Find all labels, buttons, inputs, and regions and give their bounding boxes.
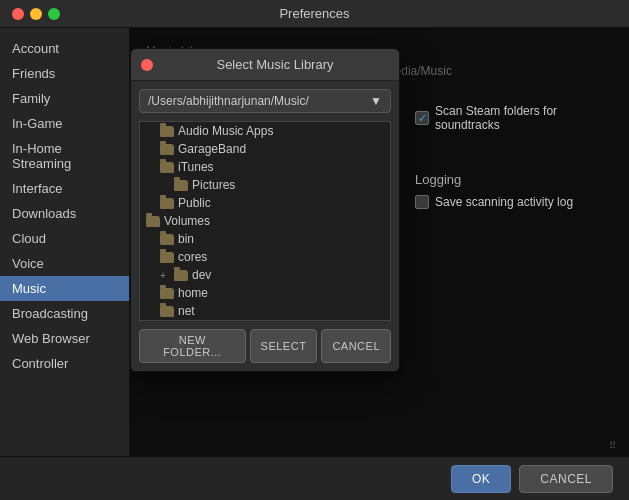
tree-item-public[interactable]: Public [140,194,390,212]
sidebar-item-in-home-streaming[interactable]: In-Home Streaming [0,136,129,176]
main-layout: Account Friends Family In-Game In-Home S… [0,28,629,500]
folder-icon [160,234,174,245]
folder-icon [146,216,160,227]
tree-item-volumes[interactable]: Volumes [140,212,390,230]
dialog-title: Select Music Library [161,57,389,72]
tree-item-cores[interactable]: cores [140,248,390,266]
folder-icon [160,126,174,137]
dialog-overlay: Select Music Library /Users/abhijithnarj… [130,28,629,500]
tree-item-net[interactable]: net [140,302,390,320]
tree-item-home[interactable]: home [140,284,390,302]
tree-item-audio-music-apps[interactable]: Audio Music Apps [140,122,390,140]
sidebar-item-music[interactable]: Music [0,276,129,301]
tree-item-label: iTunes [178,160,214,174]
tree-item-garageband[interactable]: GarageBand [140,140,390,158]
close-button[interactable] [12,8,24,20]
tree-item-label: Pictures [192,178,235,192]
save-log-row: Save scanning activity log [415,195,613,209]
folder-icon [160,306,174,317]
resize-handle-icon: ⠿ [609,440,621,452]
tree-item-label: home [178,286,208,300]
tree-item-label: dev [192,268,211,282]
tree-item-dev[interactable]: + dev [140,266,390,284]
dialog-close-button[interactable] [141,59,153,71]
tree-item-itunes[interactable]: iTunes [140,158,390,176]
new-folder-button[interactable]: NEW FOLDER... [139,329,246,363]
folder-icon [160,198,174,209]
folder-icon [174,180,188,191]
sidebar-item-web-browser[interactable]: Web Browser [0,326,129,351]
path-dropdown[interactable]: /Users/abhijithnarjunan/Music/ ▼ [139,89,391,113]
tree-item-label: Audio Music Apps [178,124,273,138]
dropdown-value: /Users/abhijithnarjunan/Music/ [148,94,309,108]
bottom-bar: OK CANCEL [0,456,629,500]
folder-icon [160,288,174,299]
select-button[interactable]: SELECT [250,329,318,363]
traffic-lights [12,8,60,20]
dialog-title-bar: Select Music Library [131,49,399,81]
folder-icon [160,162,174,173]
sidebar-item-voice[interactable]: Voice [0,251,129,276]
tree-item-label: net [178,304,195,318]
sidebar: Account Friends Family In-Game In-Home S… [0,28,130,500]
file-tree[interactable]: Audio Music Apps GarageBand iTunes Pictu… [139,121,391,321]
sidebar-item-interface[interactable]: Interface [0,176,129,201]
sidebar-item-controller[interactable]: Controller [0,351,129,376]
tree-item-label: Volumes [164,214,210,228]
scan-row: Scan Steam folders for soundtracks [415,104,613,132]
window-title: Preferences [279,6,349,21]
scan-label: Scan Steam folders for soundtracks [435,104,613,132]
minimize-button[interactable] [30,8,42,20]
content-area: Music Library /Users/abhijithnarjunan/Mu… [130,28,629,500]
sidebar-item-downloads[interactable]: Downloads [0,201,129,226]
tree-item-label: cores [178,250,207,264]
title-bar: Preferences [0,0,629,28]
right-panels: Scan Steam folders for soundtracks Loggi… [399,28,629,500]
sidebar-item-cloud[interactable]: Cloud [0,226,129,251]
sidebar-item-account[interactable]: Account [0,36,129,61]
cancel-button[interactable]: CANCEL [519,465,613,493]
sidebar-item-family[interactable]: Family [0,86,129,111]
dialog-cancel-button[interactable]: CANCEL [321,329,391,363]
logging-section: Logging Save scanning activity log [415,172,613,209]
tree-item-pictures[interactable]: Pictures [140,176,390,194]
dropdown-arrow-icon: ▼ [370,94,382,108]
folder-icon [160,144,174,155]
dialog-button-row: NEW FOLDER... SELECT CANCEL [131,321,399,371]
ok-button[interactable]: OK [451,465,511,493]
tree-item-label: bin [178,232,194,246]
sidebar-item-friends[interactable]: Friends [0,61,129,86]
tree-item-label: GarageBand [178,142,246,156]
tree-item-bin[interactable]: bin [140,230,390,248]
sidebar-item-broadcasting[interactable]: Broadcasting [0,301,129,326]
sidebar-item-in-game[interactable]: In-Game [0,111,129,136]
logging-title: Logging [415,172,613,187]
scan-checkbox[interactable] [415,111,429,125]
save-log-label: Save scanning activity log [435,195,573,209]
select-music-library-dialog: Select Music Library /Users/abhijithnarj… [130,48,400,372]
tree-item-label: Public [178,196,211,210]
maximize-button[interactable] [48,8,60,20]
folder-icon [160,252,174,263]
folder-icon [174,270,188,281]
save-log-checkbox[interactable] [415,195,429,209]
plus-icon: + [160,270,170,281]
